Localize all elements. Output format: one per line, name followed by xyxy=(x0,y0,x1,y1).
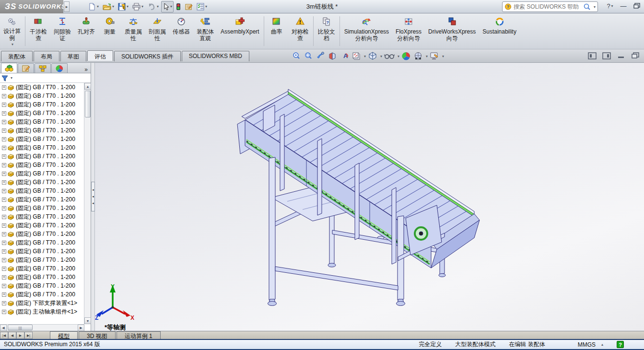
scroll-up-arrow[interactable]: ▲ xyxy=(84,83,91,90)
expand-plus-icon[interactable]: + xyxy=(2,137,6,141)
dynamic-annotation-button[interactable]: A xyxy=(339,51,350,61)
expand-plus-icon[interactable]: + xyxy=(2,103,6,107)
tab-3d-views[interactable]: 3D 视图 xyxy=(79,331,116,339)
tree-item[interactable]: + (固定) GB / T70 . 1-200 xyxy=(0,126,84,135)
tab-layout[interactable]: 布局 xyxy=(34,51,59,61)
file-properties-button[interactable] xyxy=(183,1,194,12)
tab-configurationmanager[interactable] xyxy=(35,63,51,73)
traffic-light-button[interactable] xyxy=(175,1,182,12)
scrollbar-track[interactable] xyxy=(34,325,78,331)
measure-button[interactable]: 测量 xyxy=(98,13,121,49)
tree-item[interactable]: + (固定) GB / T70 . 1-200 xyxy=(0,281,84,290)
tree-horizontal-scrollbar[interactable]: ◀ |||| ▶ xyxy=(0,324,84,331)
search-input[interactable] xyxy=(514,3,581,10)
expand-plus-icon[interactable]: + xyxy=(2,189,6,193)
panel-expand-chevron[interactable]: » xyxy=(82,66,90,73)
options-button[interactable]: ▾ xyxy=(195,1,209,12)
apply-scene-button[interactable] xyxy=(413,51,423,61)
tree-item[interactable]: + (固定) GB / T70 . 1-200 xyxy=(0,169,84,178)
tree-vertical-scrollbar[interactable]: ▲ ▼ xyxy=(84,83,91,324)
driveworksxpress-button[interactable]: DriveWorksXpress 向导 xyxy=(425,13,479,49)
tab-sketch[interactable]: 草图 xyxy=(60,51,86,61)
doc-restore-button[interactable] xyxy=(631,51,640,60)
expand-plus-icon[interactable]: + xyxy=(2,85,6,90)
view-orientation-button[interactable] xyxy=(351,51,362,61)
symmetry-check-button[interactable]: 对称检 查 xyxy=(288,13,312,49)
tree-item[interactable]: + (固定) GB / T70 . 1-200 xyxy=(0,178,84,187)
tree-item[interactable]: + (固定) GB / T70 . 1-200 xyxy=(0,143,84,152)
tree-filter-bar[interactable]: ▾ xyxy=(0,73,91,83)
sustainability-button[interactable]: Sustainability xyxy=(479,13,520,49)
tree-item[interactable]: + (固定) GB / T70 . 1-200 xyxy=(0,92,84,100)
scrollbar-thumb[interactable]: |||| xyxy=(8,325,33,330)
tab-displaymanager[interactable] xyxy=(51,63,68,73)
tree-item[interactable]: + (固定) 主动轴承组件<1> xyxy=(0,307,84,316)
tree-item[interactable]: + (固定) GB / T70 . 1-200 xyxy=(0,152,84,161)
chevron-down-icon[interactable]: ▾ xyxy=(442,54,444,58)
chevron-down-icon[interactable]: ▾ xyxy=(141,4,143,9)
floxpress-button[interactable]: FloXpress 分析向导 xyxy=(392,13,425,49)
toolbar-flyout-arrow[interactable]: ▸ xyxy=(64,1,70,12)
tree-item[interactable]: + (固定) GB / T70 . 1-200 xyxy=(0,109,84,117)
quick-tips-help-icon[interactable]: ? xyxy=(617,341,624,348)
clearance-verification-button[interactable]: 间隙验 证 xyxy=(50,13,74,49)
expand-plus-icon[interactable]: + xyxy=(2,292,6,297)
scrollbar-thumb[interactable] xyxy=(85,91,91,117)
chevron-down-icon[interactable]: ▾ xyxy=(594,5,596,9)
interference-detection-button[interactable]: 干涉检 查 xyxy=(26,13,50,49)
chevron-down-icon[interactable]: ▾ xyxy=(112,4,114,9)
orientation-triad[interactable]: Y X Z xyxy=(95,281,141,322)
tree-item[interactable]: + (固定) GB / T70 . 1-200 xyxy=(0,264,84,273)
save-button[interactable]: ! ▾ xyxy=(117,1,130,12)
expand-plus-icon[interactable]: + xyxy=(2,284,6,288)
expand-plus-icon[interactable]: + xyxy=(2,301,6,305)
help-button[interactable]: ?▾ xyxy=(605,1,615,11)
zoom-to-area-button[interactable] xyxy=(303,51,314,61)
chevron-down-icon[interactable]: ▾ xyxy=(11,76,12,80)
expand-plus-icon[interactable]: + xyxy=(2,94,6,98)
tab-solidworks-addins[interactable]: SOLIDWORKS 插件 xyxy=(114,51,181,61)
last-tab-button[interactable]: ▶| xyxy=(24,332,33,339)
minimize-button[interactable]: — xyxy=(618,1,629,11)
search-icon[interactable] xyxy=(583,3,591,11)
hole-alignment-button[interactable]: 孔对齐 xyxy=(74,13,98,49)
expand-plus-icon[interactable]: + xyxy=(2,232,6,236)
expand-plus-icon[interactable]: + xyxy=(2,310,6,314)
tree-item[interactable]: + (固定) GB / T70 . 1-200 xyxy=(0,256,84,264)
chevron-down-icon[interactable]: ▾ xyxy=(398,54,399,58)
chevron-down-icon[interactable]: ▾ xyxy=(12,42,13,47)
graphics-viewport[interactable]: Y X Z *等轴测 xyxy=(95,63,644,331)
expand-plus-icon[interactable]: + xyxy=(2,120,6,124)
display-style-button[interactable] xyxy=(367,51,378,61)
section-properties-button[interactable]: 剖面属 性 xyxy=(145,13,169,49)
chevron-down-icon[interactable]: ▾ xyxy=(364,54,366,58)
tree-item[interactable]: + (固定) GB / T70 . 1-200 xyxy=(0,195,84,204)
tree-item[interactable]: + (固定) GB / T70 . 1-200 xyxy=(0,212,84,221)
expand-plus-icon[interactable]: + xyxy=(2,241,6,245)
tab-model[interactable]: 模型 xyxy=(50,331,78,339)
tree-item[interactable]: + (固定) GB / T70 . 1-200 xyxy=(0,247,84,256)
tree-item[interactable]: + (固定) GB / T70 . 1-200 xyxy=(0,230,84,238)
print-button[interactable]: ▾ xyxy=(131,1,145,12)
doc-minimize-button[interactable] xyxy=(616,51,626,60)
sensors-button[interactable]: 传感器 xyxy=(169,13,193,49)
expand-plus-icon[interactable]: + xyxy=(2,249,6,254)
show-left-pane-button[interactable] xyxy=(587,51,597,60)
tree-item[interactable]: + (固定) GB / T70 . 1-200 xyxy=(0,117,84,126)
search-box[interactable]: ? ▾ xyxy=(502,1,598,12)
select-button[interactable]: ▾ xyxy=(161,1,174,12)
tree-item[interactable]: + (固定) GB / T70 . 1-200 xyxy=(0,290,84,299)
units-selector[interactable]: MMGS ▴ xyxy=(578,341,603,348)
chevron-down-icon[interactable]: ▾ xyxy=(127,4,129,9)
mass-properties-button[interactable]: 质量属 性 xyxy=(121,13,145,49)
expand-plus-icon[interactable]: + xyxy=(2,198,6,202)
tree-item[interactable]: + (固定) GB / T70 . 1-200 xyxy=(0,273,84,281)
curvature-button[interactable]: 曲率 xyxy=(265,13,288,49)
expand-plus-icon[interactable]: + xyxy=(2,163,6,167)
expand-plus-icon[interactable]: + xyxy=(2,154,6,159)
expand-plus-icon[interactable]: + xyxy=(2,223,6,228)
undo-button[interactable]: ▾ xyxy=(146,1,160,12)
section-view-button[interactable] xyxy=(327,51,338,61)
tree-item[interactable]: + (固定) GB / T70 . 1-200 xyxy=(0,135,84,143)
tree-item[interactable]: + (固定) GB / T70 . 1-200 xyxy=(0,83,84,92)
